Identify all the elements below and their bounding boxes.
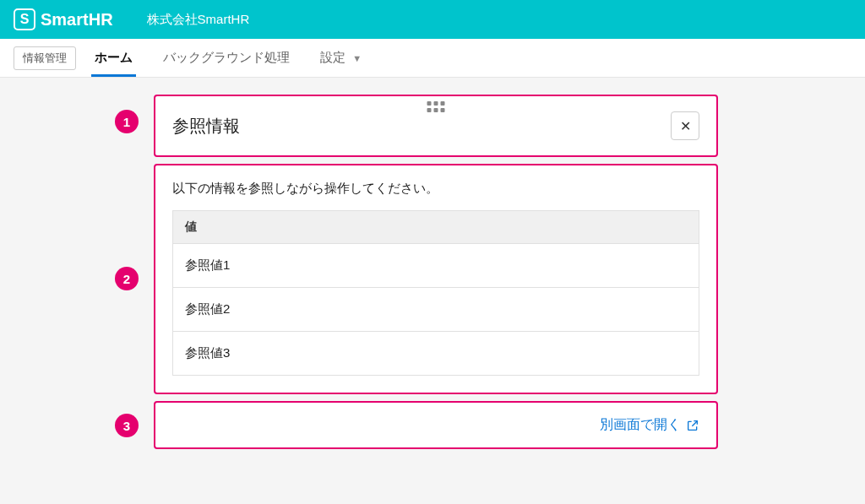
panel-body-section: 以下の情報を参照しながら操作してください。 値 参照値1 参照値2 参照値3 bbox=[154, 164, 718, 394]
instruction-text: 以下の情報を参照しながら操作してください。 bbox=[172, 181, 699, 197]
nav-tab-label: 設定 bbox=[320, 50, 345, 64]
nav-tab-label: バックグラウンド処理 bbox=[163, 50, 290, 64]
panel-header: 参照情報 ✕ bbox=[155, 96, 716, 155]
reference-table: 値 参照値1 参照値2 参照値3 bbox=[172, 210, 699, 376]
table-row: 参照値2 bbox=[173, 288, 699, 332]
nav-tab-label: ホーム bbox=[95, 50, 133, 64]
open-link-label: 別画面で開く bbox=[600, 416, 681, 434]
open-new-window-link[interactable]: 別画面で開く bbox=[600, 416, 699, 434]
panel-header-section: 参照情報 ✕ bbox=[154, 95, 718, 157]
close-button[interactable]: ✕ bbox=[671, 111, 699, 140]
table-header: 値 bbox=[173, 211, 699, 244]
nav-tab-background[interactable]: バックグラウンド処理 bbox=[151, 40, 302, 76]
panel-footer: 別画面で開く bbox=[155, 403, 716, 447]
logo-icon: S bbox=[14, 8, 35, 30]
panel-body: 以下の情報を参照しながら操作してください。 値 参照値1 参照値2 参照値3 bbox=[155, 165, 716, 393]
nav-tab-home[interactable]: ホーム bbox=[83, 40, 144, 76]
topbar: S SmartHR 株式会社SmartHR bbox=[0, 0, 865, 39]
table-row: 参照値3 bbox=[173, 332, 699, 375]
annotation-badge-2: 2 bbox=[115, 267, 139, 290]
annotation-badge-3: 3 bbox=[115, 414, 139, 437]
external-link-icon bbox=[686, 419, 699, 432]
table-row: 参照値1 bbox=[173, 244, 699, 288]
panel-title: 参照情報 bbox=[172, 115, 240, 138]
nav-bar: 情報管理 ホーム バックグラウンド処理 設定 ▼ bbox=[0, 39, 865, 78]
chevron-down-icon: ▼ bbox=[352, 53, 362, 63]
content-area: 1 2 3 参照情報 ✕ 以下の情報を参照しながら操作してください。 値 参照値… bbox=[0, 78, 865, 449]
brand-logo[interactable]: S SmartHR bbox=[14, 8, 113, 30]
nav-chip-info-manage[interactable]: 情報管理 bbox=[14, 46, 76, 70]
close-icon: ✕ bbox=[680, 118, 691, 134]
panel-footer-section: 別画面で開く bbox=[154, 401, 718, 449]
company-name: 株式会社SmartHR bbox=[147, 12, 250, 28]
brand-name: SmartHR bbox=[41, 10, 113, 30]
nav-tab-settings[interactable]: 設定 ▼ bbox=[308, 40, 373, 76]
annotation-badge-1: 1 bbox=[115, 110, 139, 133]
